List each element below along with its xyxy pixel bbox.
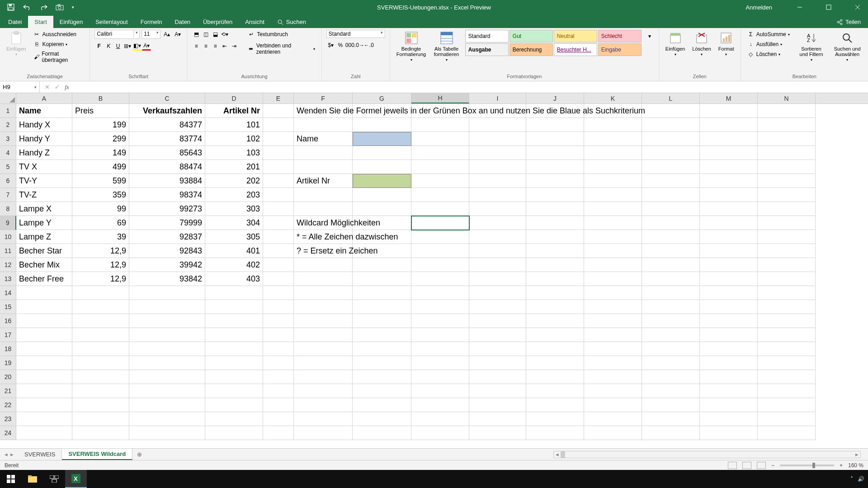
decrease-indent-icon[interactable]: ⇤ [220,42,229,51]
cell-H21[interactable] [411,384,469,398]
cell-C7[interactable]: 98374 [129,188,205,202]
cell-N23[interactable] [758,412,816,426]
cell-H3[interactable] [411,132,469,146]
col-header-F[interactable]: F [294,93,353,103]
cell-E8[interactable] [263,202,294,216]
cell-I24[interactable] [469,426,526,440]
cell-M3[interactable] [700,132,758,146]
cell-J17[interactable] [526,328,584,342]
cell-D17[interactable] [205,328,263,342]
cell-A4[interactable]: Handy Z [16,146,72,160]
cell-B18[interactable] [72,342,129,356]
cell-N11[interactable] [758,244,816,258]
tell-me-search[interactable]: Suchen [271,19,312,28]
share-button[interactable]: Teilen [829,16,868,28]
cell-M15[interactable] [700,300,758,314]
cell-E21[interactable] [263,384,294,398]
cell-K5[interactable] [584,160,642,174]
wrap-text-button[interactable]: ↵ Textumbruch [246,30,317,39]
cell-H11[interactable] [411,244,469,258]
cell-A5[interactable]: TV X [16,160,72,174]
sheet-nav-prev-icon[interactable]: ◂ [5,451,8,458]
cell-H5[interactable] [411,160,469,174]
cell-G12[interactable] [353,258,411,272]
cell-A12[interactable]: Becher Mix [16,258,72,272]
col-header-D[interactable]: D [205,93,263,103]
cell-J9[interactable] [526,216,584,230]
cell-M23[interactable] [700,412,758,426]
cell-H8[interactable] [411,202,469,216]
maximize-button[interactable] [818,0,839,14]
cell-B2[interactable]: 199 [72,118,129,132]
cell-J4[interactable] [526,146,584,160]
style-gut[interactable]: Gut [509,30,553,42]
cell-E3[interactable] [263,132,294,146]
row-header-3[interactable]: 3 [0,132,16,146]
row-header-18[interactable]: 18 [0,342,16,356]
cell-D9[interactable]: 304 [205,216,263,230]
cell-G8[interactable] [353,202,411,216]
cell-B10[interactable]: 39 [72,230,129,244]
cell-N19[interactable] [758,356,816,370]
cell-C4[interactable]: 85643 [129,146,205,160]
cell-G21[interactable] [353,384,411,398]
cell-E23[interactable] [263,412,294,426]
cell-M11[interactable] [700,244,758,258]
cell-D23[interactable] [205,412,263,426]
cell-K15[interactable] [584,300,642,314]
cell-J2[interactable] [526,118,584,132]
increase-font-icon[interactable]: A▴ [162,30,171,39]
align-middle-icon[interactable]: ◫ [201,30,210,39]
cell-K6[interactable] [584,174,642,188]
cell-N10[interactable] [758,230,816,244]
col-header-I[interactable]: I [469,93,526,103]
cell-J20[interactable] [526,370,584,384]
cell-E2[interactable] [263,118,294,132]
italic-button[interactable]: K [104,42,113,51]
cell-F21[interactable] [294,384,353,398]
cell-L21[interactable] [642,384,700,398]
cell-A3[interactable]: Handy Y [16,132,72,146]
cell-A10[interactable]: Lampe Z [16,230,72,244]
cell-L20[interactable] [642,370,700,384]
cell-C21[interactable] [129,384,205,398]
percent-icon[interactable]: % [336,41,345,50]
cell-I3[interactable] [469,132,526,146]
cell-N17[interactable] [758,328,816,342]
font-color-button[interactable]: A▾ [142,42,151,51]
cell-G23[interactable] [353,412,411,426]
comma-icon[interactable]: 000 [345,41,354,50]
cell-I7[interactable] [469,188,526,202]
cell-F16[interactable] [294,314,353,328]
cell-E9[interactable] [263,216,294,230]
cell-D13[interactable]: 403 [205,272,263,286]
zoom-slider[interactable] [780,465,834,466]
row-header-16[interactable]: 16 [0,314,16,328]
cell-A16[interactable] [16,314,72,328]
row-header-11[interactable]: 11 [0,244,16,258]
cell-C24[interactable] [129,426,205,440]
cell-B17[interactable] [72,328,129,342]
cell-C1[interactable]: Verkaufszahlen [129,104,205,118]
formula-input[interactable] [74,86,868,88]
col-header-K[interactable]: K [584,93,642,103]
row-header-20[interactable]: 20 [0,370,16,384]
cell-M21[interactable] [700,384,758,398]
cell-K8[interactable] [584,202,642,216]
sort-filter-button[interactable]: AZ Sortieren und Filtern▾ [795,30,828,63]
cell-I10[interactable] [469,230,526,244]
cell-H4[interactable] [411,146,469,160]
cell-B23[interactable] [72,412,129,426]
view-page-break-icon[interactable] [757,462,766,469]
cell-F6[interactable]: Artikel Nr [294,174,353,188]
cell-N9[interactable] [758,216,816,230]
cell-K21[interactable] [584,384,642,398]
cell-K3[interactable] [584,132,642,146]
orientation-icon[interactable]: ⟲▾ [220,30,229,39]
cell-N5[interactable] [758,160,816,174]
redo-icon[interactable] [37,2,50,13]
cell-J23[interactable] [526,412,584,426]
increase-decimal-icon[interactable]: .0→ [355,41,364,50]
autosum-button[interactable]: Σ AutoSumme ▾ [745,30,792,39]
cell-F1[interactable]: Wenden Sie die Formel jeweils in der Grü… [294,104,353,118]
